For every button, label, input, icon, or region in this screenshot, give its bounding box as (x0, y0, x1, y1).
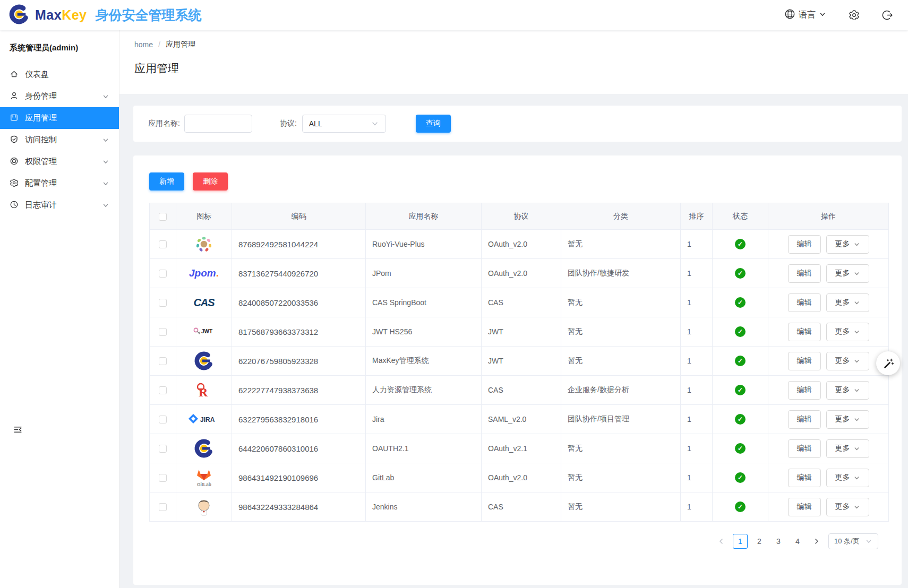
sidebar-item-identity[interactable]: 身份管理 (0, 85, 119, 107)
select-all-checkbox[interactable] (159, 213, 167, 221)
sidebar-item-audit[interactable]: 日志审计 (0, 194, 119, 216)
maxkey-logo-icon (8, 4, 30, 27)
edit-button[interactable]: 编辑 (788, 439, 821, 458)
column-header: 协议 (482, 203, 561, 230)
edit-button[interactable]: 编辑 (788, 410, 821, 429)
sidebar-item-config[interactable]: 配置管理 (0, 172, 119, 194)
sidebar-menu: 仪表盘身份管理应用管理访问控制权限管理配置管理日志审计 (0, 64, 119, 216)
collapse-sidebar-button[interactable] (13, 425, 23, 437)
row-checkbox[interactable] (159, 386, 167, 394)
chevron-down-icon (853, 504, 860, 511)
more-button[interactable]: 更多 (826, 235, 869, 254)
edit-button[interactable]: 编辑 (788, 469, 821, 487)
app-code: 837136275440926720 (232, 259, 366, 288)
app-name: OAUTH2.1 (366, 434, 482, 463)
chevron-down-icon (853, 299, 860, 306)
next-page-button[interactable] (809, 534, 824, 549)
app-category: 团队协作/敏捷研发 (561, 259, 681, 288)
settings-button[interactable] (849, 10, 860, 21)
more-button[interactable]: 更多 (826, 323, 869, 341)
edit-button[interactable]: 编辑 (788, 498, 821, 516)
app-sort: 1 (681, 434, 713, 463)
more-button[interactable]: 更多 (826, 410, 869, 429)
page-number-3[interactable]: 3 (771, 534, 786, 549)
edit-button[interactable]: 编辑 (788, 323, 821, 341)
breadcrumb-separator: / (158, 40, 160, 49)
more-button[interactable]: 更多 (826, 498, 869, 516)
app-protocol: CAS (482, 288, 561, 317)
maxkey-logo-icon (194, 437, 214, 460)
table-row: JWT817568793663373312JWT HS256JWT暂无1✓编辑更… (150, 317, 889, 347)
more-button[interactable]: 更多 (826, 469, 869, 487)
app-protocol: SAML_v2.0 (482, 405, 561, 434)
table-row: GitLab986431492190109696GitLabOAuth_v2.0… (150, 463, 889, 492)
app-protocol: OAuth_v2.0 (482, 463, 561, 492)
more-button[interactable]: 更多 (826, 293, 869, 312)
add-button[interactable]: 新增 (149, 172, 184, 191)
app-category: 暂无 (561, 347, 681, 376)
delete-button[interactable]: 删除 (193, 172, 228, 191)
sidebar-item-apps[interactable]: 应用管理 (0, 107, 119, 129)
page-number-4[interactable]: 4 (790, 534, 805, 549)
app-protocol: CAS (482, 376, 561, 405)
row-checkbox[interactable] (159, 270, 167, 278)
prev-page-button[interactable] (714, 534, 729, 549)
app-category: 企业服务/数据分析 (561, 376, 681, 405)
floating-tool-button[interactable] (876, 351, 900, 375)
more-button[interactable]: 更多 (826, 439, 869, 458)
language-switch[interactable]: 语言 (784, 8, 826, 22)
edit-button[interactable]: 编辑 (788, 264, 821, 283)
app-sort: 1 (681, 376, 713, 405)
breadcrumb-home-link[interactable]: home (134, 40, 153, 49)
app-icon-cell: GitLab (176, 463, 232, 492)
more-button[interactable]: 更多 (826, 381, 869, 400)
edit-button[interactable]: 编辑 (788, 235, 821, 254)
brand-name: MaxKey (35, 7, 87, 23)
app-category: 暂无 (561, 434, 681, 463)
row-checkbox[interactable] (159, 474, 167, 482)
top-bar: MaxKey 身份安全管理系统 语言 (0, 0, 908, 30)
more-button[interactable]: 更多 (826, 264, 869, 283)
app-code: 876892492581044224 (232, 230, 366, 259)
sidebar-item-dashboard[interactable]: 仪表盘 (0, 64, 119, 85)
sidebar: 系统管理员(admin) 仪表盘身份管理应用管理访问控制权限管理配置管理日志审计 (0, 30, 119, 588)
app-sort: 1 (681, 230, 713, 259)
chevron-down-icon (102, 136, 109, 144)
status-enabled-icon: ✓ (735, 443, 746, 454)
row-checkbox[interactable] (159, 416, 167, 423)
protocol-select[interactable]: ALL (302, 115, 386, 133)
edit-button[interactable]: 编辑 (788, 352, 821, 370)
row-checkbox[interactable] (159, 240, 167, 248)
row-checkbox[interactable] (159, 328, 167, 336)
edit-button[interactable]: 编辑 (788, 293, 821, 312)
row-checkbox[interactable] (159, 503, 167, 511)
app-name: MaxKey管理系统 (366, 347, 482, 376)
logout-button[interactable] (882, 10, 893, 21)
column-header: 应用名称 (366, 203, 482, 230)
app-icon-cell (176, 230, 232, 259)
page-number-2[interactable]: 2 (752, 534, 767, 549)
row-checkbox[interactable] (159, 299, 167, 307)
app-name: JPom (366, 259, 482, 288)
status-enabled-icon: ✓ (735, 356, 746, 366)
sidebar-item-access[interactable]: 访问控制 (0, 129, 119, 151)
page-number-1[interactable]: 1 (733, 534, 748, 549)
row-checkbox[interactable] (159, 445, 167, 453)
search-button[interactable]: 查询 (416, 115, 451, 133)
app-code: 986431492190109696 (232, 463, 366, 492)
sidebar-item-label: 身份管理 (25, 91, 96, 101)
table-row: 986432249333284864JenkinsCAS暂无1✓编辑更多 (150, 492, 889, 522)
edit-button[interactable]: 编辑 (788, 381, 821, 400)
chevron-down-icon (853, 387, 860, 394)
page-size-select[interactable]: 10 条/页 (828, 533, 878, 549)
app-name-filter-input[interactable] (184, 115, 252, 133)
more-button[interactable]: 更多 (826, 352, 869, 370)
cas-logo-icon: CAS (193, 291, 214, 314)
sidebar-item-label: 应用管理 (25, 113, 109, 123)
table-row: R622227747938373638人力资源管理系统CAS企业服务/数据分析1… (150, 376, 889, 405)
row-checkbox[interactable] (159, 357, 167, 365)
sidebar-item-permission[interactable]: 权限管理 (0, 151, 119, 172)
app-status-cell: ✓ (713, 230, 768, 259)
brand-subtitle: 身份安全管理系统 (96, 6, 202, 24)
status-enabled-icon: ✓ (735, 268, 746, 279)
